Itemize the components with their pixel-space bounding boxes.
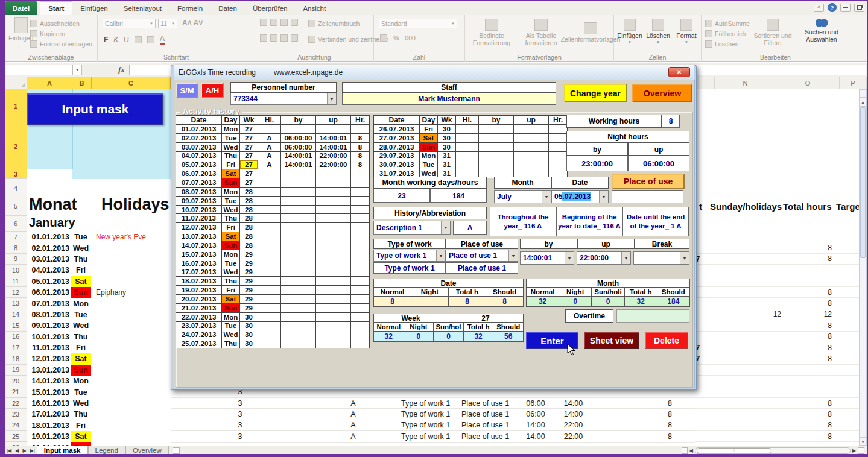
total-hours-cell[interactable]: 8 [781,244,832,252]
change-year-button[interactable]: Change year [564,84,627,102]
row-header-6[interactable]: 6 [5,216,27,232]
place-of-use-cell[interactable]: Place of use 1 [457,410,521,418]
sheet-row[interactable] [695,265,867,276]
row-header[interactable]: 19 [5,365,27,376]
chevron-down-icon[interactable]: ▼ [599,191,608,203]
split-handle[interactable] [859,89,867,98]
activity-row[interactable]: 08.07.2013 Mon 28 [176,188,370,197]
total-hours-cell[interactable]: 8 [781,399,832,408]
sheet-row[interactable]: 8 [695,242,867,253]
date-combo[interactable]: 05.07.2013▼ [551,190,609,203]
holiday-date-cell[interactable]: 04.01.2013 [27,266,71,274]
number-format-combo[interactable]: Standard▼ [379,19,457,28]
activity-row[interactable]: 03.07.2013 Wed 27 A 06:00:00 14:00:01 8 [176,143,370,152]
hours-cell[interactable]: 8 [656,410,683,418]
resize-handle[interactable] [858,447,864,454]
type-of-work-combo[interactable]: Type of work 1▼ [373,250,446,262]
sheet-row[interactable]: 12 12 [695,309,867,320]
name-box-dropdown-icon[interactable]: ▼ [72,65,82,75]
holiday-day-cell[interactable]: Wed [71,398,91,409]
activity-row[interactable]: 05.07.2013 Fri 27 A 14:00:01 22:00:00 8 [176,160,370,169]
scroll-left-icon[interactable]: ◀ [689,448,693,453]
row-header[interactable]: 12 [5,287,27,298]
holiday-day-cell[interactable]: Sat [71,431,91,442]
activity-row[interactable]: 16.07.2013 Tue 29 [176,259,370,268]
scroll-down-icon[interactable]: ▼ [859,438,867,446]
sheet-row[interactable]: 3 A Type of work 1 Place of use 1 06:00 … [171,409,695,420]
break-combo[interactable]: ▼ [633,251,689,265]
holiday-day-cell[interactable]: Sat [71,276,91,287]
holiday-date-cell[interactable]: 18.01.2013 [27,421,71,430]
time-by-cell[interactable]: 06:00 [521,410,551,418]
type-of-work-cell[interactable]: Type of work 1 [397,421,457,429]
holiday-day-cell[interactable]: Thu [71,332,91,342]
fx-icon[interactable]: fx [118,65,125,75]
row-header[interactable]: 13 [5,298,27,309]
row-header[interactable]: 8 [5,242,27,253]
style-button[interactable]: Bedingte Formatierung [467,19,516,46]
ribbon-tab[interactable]: Seitenlayout [116,1,169,15]
sheet-row[interactable]: 8 [695,409,867,420]
sheet-tab[interactable]: Legend [88,446,125,455]
row-header[interactable]: 18 [5,353,27,364]
sheet-row[interactable]: 8 [695,420,867,431]
row-header[interactable]: 17 [5,342,27,353]
holiday-date-cell[interactable]: 07.01.2013 [27,300,71,308]
font-name-combo[interactable]: Calibri▼ [103,19,156,28]
abbrev-cell[interactable]: A [309,432,397,441]
sheet-row[interactable] [695,276,867,287]
holiday-date-cell[interactable]: 16.01.2013 [27,399,71,408]
ribbon-tab[interactable]: Einfügen [72,1,115,15]
chevron-down-icon[interactable]: ▼ [680,252,689,264]
highlighted-cell-region[interactable] [72,169,171,179]
underline-button[interactable]: U [124,36,129,44]
sheet-tab[interactable]: Input mask [37,446,88,455]
row-header[interactable]: 15 [5,320,27,331]
time-up-cell[interactable]: 14:00 [551,410,596,418]
activity-row[interactable]: 13.07.2013 Sat 28 [176,232,370,241]
style-button[interactable]: Als Tabelle formatieren [517,19,565,46]
overview-button[interactable]: Overview [632,84,692,102]
row-header-5[interactable]: 5 [5,197,27,216]
cells-button[interactable]: Format▼ [673,19,700,45]
activity-row[interactable]: 12.07.2013 Fri 28 [176,223,370,232]
col-header-n[interactable]: N [715,77,776,89]
personnel-number-combo[interactable]: 773344▼ [230,93,337,105]
holiday-date-cell[interactable]: 01.01.2013 [27,233,71,241]
fill-color-icon[interactable] [147,36,154,43]
first-sheet-icon[interactable]: |◀ [7,448,11,453]
cells-button[interactable]: Löschen▼ [645,19,671,45]
activity-row[interactable]: 09.07.2013 Tue 28 [176,197,370,206]
row-header[interactable]: 25 [5,431,27,442]
total-hours-cell[interactable]: 8 [781,432,832,441]
holiday-day-cell[interactable]: Fri [71,342,91,353]
editing-item[interactable]: Füllbereich [705,28,750,39]
abbrev-cell[interactable]: A [309,399,397,408]
total-hours-cell[interactable]: 8 [781,344,832,352]
sheet-row[interactable]: 8 [695,332,867,342]
activity-row[interactable]: 22.07.2013 Mon 30 [176,313,370,322]
chevron-down-icon[interactable]: ▼ [565,252,574,264]
holiday-date-cell[interactable]: 10.01.2013 [27,333,71,341]
holiday-date-cell[interactable]: 15.01.2013 [27,388,71,397]
bold-button[interactable]: F [104,36,108,44]
time-up-cell[interactable]: 22:00 [551,432,596,441]
row-header[interactable]: 21 [5,386,27,397]
total-hours-cell[interactable]: 8 [781,321,832,330]
total-hours-cell[interactable]: 8 [781,421,832,429]
hours-cell[interactable]: 8 [656,421,683,429]
ribbon-tab[interactable]: Datei [5,1,37,15]
row-header[interactable]: 23 [5,409,27,420]
activity-row[interactable]: 04.07.2013 Thu 27 A 14:00:01 22:00:00 8 [176,152,370,161]
row-header[interactable]: 14 [5,309,27,320]
name-box[interactable] [5,65,72,75]
row-header[interactable]: 10 [5,265,27,276]
sheet-row[interactable]: 8 [695,398,867,409]
place-of-use-button[interactable]: Place of use [612,174,685,189]
activity-row[interactable]: 11.07.2013 Thu 28 [176,214,370,223]
delete-button[interactable]: Delete [645,332,688,349]
vertical-scrollbar-thumb[interactable] [860,107,866,258]
col-header-a[interactable]: A [27,77,72,89]
holiday-date-cell[interactable]: 03.01.2013 [27,255,71,263]
activity-row[interactable]: 17.07.2013 Wed 29 [176,268,370,277]
